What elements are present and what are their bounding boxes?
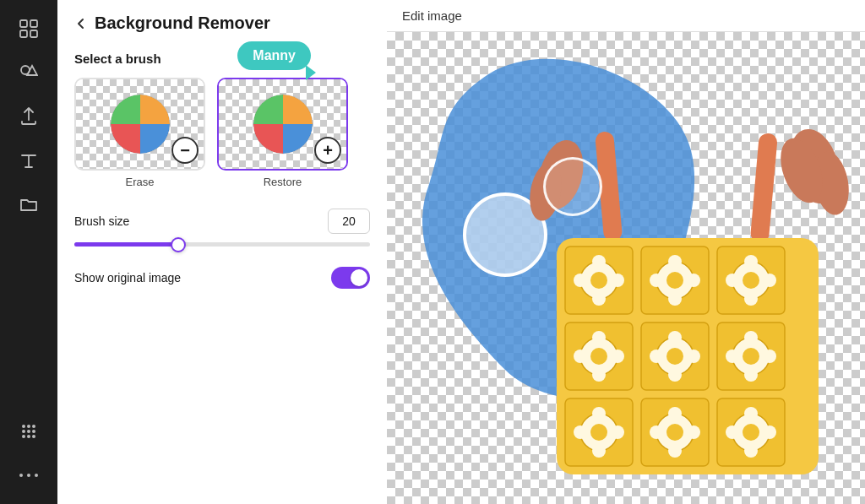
svg-point-70	[687, 350, 700, 363]
svg-point-13	[27, 435, 30, 438]
toggle-knob	[351, 269, 367, 286]
svg-point-65	[592, 368, 606, 382]
restore-brush-thumb: +	[217, 78, 348, 171]
slider-fill	[74, 242, 178, 247]
svg-point-56	[743, 272, 759, 289]
shapes-icon[interactable]	[10, 54, 47, 91]
svg-point-95	[744, 444, 758, 458]
bag-image	[510, 90, 865, 504]
show-original-toggle[interactable]	[331, 267, 370, 289]
brush-grid: − Erase	[74, 78, 370, 188]
svg-point-96	[726, 425, 739, 439]
svg-point-8	[32, 425, 35, 428]
svg-point-80	[590, 424, 607, 441]
svg-point-88	[687, 425, 700, 439]
svg-point-81	[592, 407, 606, 420]
svg-point-9	[22, 430, 25, 433]
svg-point-53	[668, 292, 682, 306]
svg-point-68	[666, 348, 683, 365]
svg-point-17	[35, 474, 38, 477]
svg-point-51	[668, 255, 682, 268]
svg-point-82	[611, 425, 624, 439]
svg-point-89	[668, 444, 682, 458]
back-button[interactable]	[74, 17, 88, 30]
grid-icon[interactable]	[10, 10, 47, 47]
brush-size-row: Brush size	[74, 209, 370, 234]
svg-point-94	[763, 425, 776, 439]
svg-rect-0	[20, 20, 27, 27]
brush-size-input[interactable]	[328, 209, 370, 234]
restore-brush-card[interactable]: + Restore	[217, 78, 348, 188]
svg-point-14	[32, 435, 35, 438]
svg-point-47	[592, 292, 606, 306]
brush-size-label: Brush size	[74, 214, 129, 228]
restore-ball	[249, 90, 317, 158]
erase-label: Erase	[126, 176, 155, 188]
folder-icon[interactable]	[10, 186, 47, 223]
svg-point-50	[666, 272, 683, 289]
slider-thumb[interactable]	[171, 237, 186, 252]
svg-point-66	[574, 350, 587, 363]
svg-point-62	[590, 348, 607, 365]
more-icon[interactable]	[10, 457, 47, 494]
panel: Background Remover Manny Select a brush	[57, 0, 387, 504]
svg-rect-32	[750, 133, 778, 243]
text-icon[interactable]	[10, 142, 47, 179]
svg-point-75	[744, 331, 758, 344]
svg-point-63	[592, 331, 606, 344]
erase-brush-thumb: −	[74, 78, 205, 171]
svg-point-10	[27, 430, 30, 433]
svg-point-87	[668, 407, 682, 420]
sidebar	[0, 0, 57, 504]
restore-icon: +	[314, 137, 341, 164]
svg-point-72	[650, 350, 663, 363]
svg-point-90	[650, 425, 663, 439]
svg-point-93	[744, 407, 758, 420]
svg-point-86	[666, 424, 683, 441]
svg-point-60	[726, 274, 739, 287]
svg-point-74	[743, 348, 759, 365]
svg-point-52	[687, 274, 700, 287]
upload-icon[interactable]	[10, 98, 47, 135]
slider-track[interactable]	[74, 242, 370, 247]
svg-point-84	[574, 425, 587, 439]
svg-point-12	[22, 435, 25, 438]
svg-point-15	[19, 474, 23, 477]
canvas-content[interactable]	[387, 32, 865, 504]
erase-ball	[106, 90, 174, 158]
svg-rect-2	[20, 30, 27, 37]
canvas-area: Edit image	[387, 0, 865, 504]
svg-point-78	[726, 350, 739, 363]
panel-header: Background Remover	[74, 14, 370, 33]
restore-label: Restore	[264, 176, 302, 188]
svg-rect-3	[30, 30, 37, 37]
brush-cursor-indicator	[543, 157, 602, 216]
svg-point-48	[574, 274, 587, 287]
erase-brush-card[interactable]: − Erase	[74, 78, 205, 188]
tooltip-bubble: Manny	[237, 41, 311, 70]
show-original-label: Show original image	[74, 271, 181, 285]
svg-point-71	[668, 368, 682, 382]
apps-icon[interactable]	[10, 413, 47, 450]
svg-point-7	[27, 425, 30, 428]
svg-point-46	[611, 274, 624, 287]
svg-point-45	[592, 255, 606, 268]
svg-point-44	[590, 272, 607, 289]
svg-point-64	[611, 350, 624, 363]
select-brush-label: Select a brush	[74, 51, 370, 66]
brush-size-slider-wrap[interactable]	[74, 242, 370, 247]
svg-point-83	[592, 444, 606, 458]
svg-point-58	[763, 274, 776, 287]
tooltip-arrow	[306, 65, 316, 80]
show-original-row: Show original image	[74, 267, 370, 289]
svg-point-76	[763, 350, 776, 363]
panel-title: Background Remover	[95, 14, 270, 33]
svg-point-57	[744, 255, 758, 268]
svg-point-69	[668, 331, 682, 344]
edit-image-label: Edit image	[402, 8, 462, 23]
erase-icon: −	[171, 137, 199, 164]
svg-point-54	[650, 274, 663, 287]
canvas-toolbar: Edit image	[387, 0, 865, 32]
svg-rect-1	[30, 20, 37, 27]
svg-point-6	[22, 425, 25, 428]
